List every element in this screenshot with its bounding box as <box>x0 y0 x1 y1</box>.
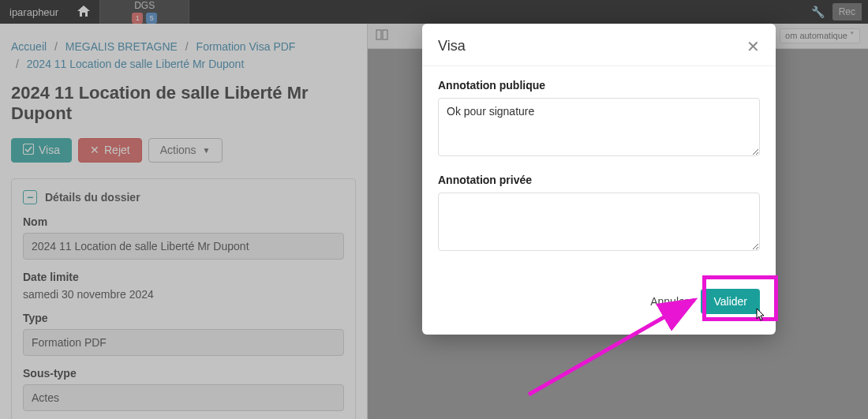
value-type: Formation PDF <box>23 329 344 356</box>
navbar: iparapheur DGS 1 5 🔧 Rec <box>0 0 868 24</box>
book-icon[interactable] <box>376 29 388 43</box>
svg-rect-2 <box>383 30 387 39</box>
page-title: 2024 11 Location de salle Liberté Mr Dup… <box>11 83 356 124</box>
badge-pending: 1 <box>132 13 143 24</box>
badge-info: 5 <box>146 13 157 24</box>
app-brand[interactable]: iparapheur <box>0 6 68 18</box>
navbar-tab-dgs[interactable]: DGS 1 5 <box>99 0 189 25</box>
home-icon[interactable] <box>68 6 99 19</box>
cancel-button[interactable]: Annuler <box>647 289 691 314</box>
rec-button[interactable]: Rec <box>832 3 862 21</box>
visa-modal: Visa ✕ Annotation publique Annotation pr… <box>422 24 776 335</box>
visa-button[interactable]: Visa <box>11 138 72 163</box>
check-icon <box>23 144 34 157</box>
tab-label: DGS <box>132 0 157 11</box>
svg-rect-0 <box>24 144 34 154</box>
label-annotation-privee: Annotation privée <box>438 174 760 186</box>
label-nom: Nom <box>23 215 344 228</box>
panel-title: Détails du dossier <box>45 191 140 204</box>
zoom-select[interactable]: om automatique ˅ <box>780 28 860 43</box>
breadcrumb-accueil[interactable]: Accueil <box>11 40 47 53</box>
collapse-button[interactable]: − <box>23 190 37 204</box>
actions-dropdown[interactable]: Actions ▼ <box>148 138 223 163</box>
breadcrumb-dossier[interactable]: 2024 11 Location de salle Liberté Mr Dup… <box>27 58 245 70</box>
chevron-down-icon: ˅ <box>850 31 855 40</box>
modal-close-icon[interactable]: ✕ <box>746 39 760 54</box>
annotation-privee-input[interactable] <box>438 193 760 251</box>
validate-button[interactable]: Valider <box>701 289 760 314</box>
settings-icon[interactable]: 🔧 <box>811 6 825 18</box>
value-soustype: Actes <box>23 384 344 411</box>
value-nom: 2024 11 Location de salle Liberté Mr Dup… <box>23 233 344 260</box>
label-type: Type <box>23 312 344 324</box>
close-icon: ✕ <box>90 144 99 156</box>
caret-down-icon: ▼ <box>203 146 211 155</box>
annotation-publique-input[interactable] <box>438 98 760 156</box>
breadcrumb-org[interactable]: MEGALIS BRETAGNE <box>65 40 178 53</box>
left-pane: Accueil / MEGALIS BRETAGNE / Formation V… <box>0 24 367 419</box>
breadcrumb-formation[interactable]: Formation Visa PDF <box>196 40 296 53</box>
value-date: samedi 30 novembre 2024 <box>23 288 344 301</box>
modal-title: Visa <box>438 38 466 54</box>
svg-rect-1 <box>376 30 381 39</box>
details-panel: − Détails du dossier Nom 2024 11 Locatio… <box>11 178 356 419</box>
label-annotation-publique: Annotation publique <box>438 79 760 92</box>
breadcrumb: Accueil / MEGALIS BRETAGNE / Formation V… <box>11 38 356 73</box>
label-soustype: Sous-type <box>23 367 344 380</box>
rejet-button[interactable]: ✕ Rejet <box>78 138 142 163</box>
action-buttons: Visa ✕ Rejet Actions ▼ <box>11 138 356 163</box>
label-date: Date limite <box>23 271 344 283</box>
